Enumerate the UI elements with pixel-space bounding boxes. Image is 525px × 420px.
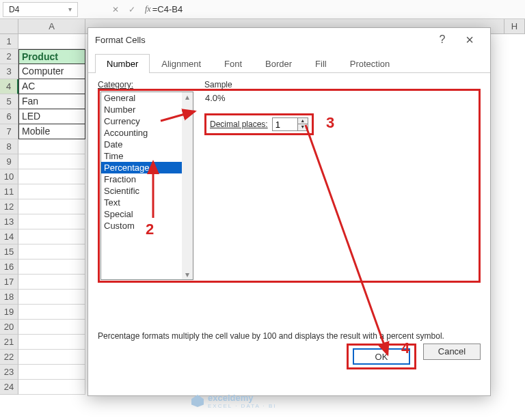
row-header[interactable]: 15 [0,244,18,260]
dialog-help-icon[interactable]: ? [429,33,456,46]
sample-label: Sample [204,80,314,89]
watermark-icon [191,395,204,407]
cancel-button[interactable]: Cancel [423,344,481,360]
cell[interactable] [18,34,85,49]
scroll-up-icon[interactable]: ▴ [185,92,189,102]
category-item[interactable]: Scientific [101,185,193,197]
category-item[interactable]: Date [101,139,193,150]
scroll-down-icon[interactable]: ▾ [185,270,189,279]
row-header[interactable]: 8 [0,139,18,154]
cell[interactable] [18,260,85,275]
cell[interactable]: Computer [18,64,85,79]
sample-value: 4.0% [204,89,314,107]
formula-accept-icon[interactable]: ✓ [129,5,135,14]
cell[interactable] [18,350,85,365]
row-header[interactable]: 1 [0,34,18,49]
row-header[interactable]: 4 [0,79,18,94]
category-item[interactable]: Accounting [101,127,193,139]
cell[interactable] [18,229,85,244]
cell[interactable] [18,184,85,199]
formula-cancel-icon[interactable]: ✕ [112,5,119,14]
row-header[interactable]: 24 [0,380,18,395]
select-all-corner[interactable] [0,19,18,34]
cell[interactable] [18,290,85,305]
category-item[interactable]: General [101,92,193,104]
category-item[interactable]: Fraction [101,173,193,185]
annotation-2: 2 [146,221,154,238]
cell[interactable] [18,365,85,380]
cell[interactable]: AC [18,79,85,94]
cell[interactable] [18,154,85,169]
row-header[interactable]: 3 [0,64,18,79]
row-header[interactable]: 17 [0,275,18,290]
col-header-h[interactable]: H [504,19,525,34]
dialog-title: Format Cells [95,35,429,45]
row-header[interactable]: 10 [0,169,18,184]
row-header[interactable]: 16 [0,260,18,275]
cell[interactable] [18,275,85,290]
row-header[interactable]: 13 [0,214,18,229]
dialog-tabs: NumberAlignmentFontBorderFillProtection [88,54,490,73]
cell[interactable] [18,335,85,350]
row-header[interactable]: 19 [0,305,18,320]
cell[interactable] [18,139,85,154]
row-header[interactable]: 18 [0,290,18,305]
annotation-3: 3 [326,114,334,132]
cell[interactable]: LED [18,109,85,124]
tab-alignment[interactable]: Alignment [150,54,213,73]
cell[interactable] [18,214,85,229]
cell[interactable] [18,380,85,395]
row-header[interactable]: 14 [0,229,18,244]
formula-bar: D4 ▾ ✕ ✓ fx [0,0,525,19]
name-box-value: D4 [9,5,19,14]
row-header[interactable]: 9 [0,154,18,169]
annotation-4: 4 [401,339,409,357]
row-header[interactable]: 12 [0,199,18,214]
formula-input[interactable] [151,3,356,16]
row-header[interactable]: 22 [0,350,18,365]
watermark-name: exceldemy [208,393,254,403]
category-item[interactable]: Percentage [101,162,193,173]
spinner-down-icon[interactable]: ▼ [298,124,308,130]
cell[interactable] [18,169,85,184]
tab-number[interactable]: Number [95,54,150,73]
category-item[interactable]: Currency [101,115,193,127]
tab-protection[interactable]: Protection [338,54,402,73]
row-header[interactable]: 20 [0,320,18,335]
name-box[interactable]: D4 ▾ [3,2,78,17]
cell[interactable]: Product [18,49,85,64]
spinner-up-icon[interactable]: ▲ [298,118,308,124]
row-header[interactable]: 21 [0,335,18,350]
format-cells-dialog: Format Cells ? × NumberAlignmentFontBord… [88,27,491,396]
decimal-places-input[interactable] [273,118,297,130]
cell[interactable]: Mobile [18,124,85,139]
cell[interactable]: Fan [18,94,85,109]
tab-border[interactable]: Border [254,54,304,73]
name-box-dropdown-icon[interactable]: ▾ [68,5,72,13]
fx-icon[interactable]: fx [145,4,151,14]
category-item[interactable]: Time [101,150,193,162]
category-item[interactable]: Special [101,208,193,220]
row-header[interactable]: 23 [0,365,18,380]
category-listbox[interactable]: GeneralNumberCurrencyAccountingDateTimeP… [100,92,193,280]
dialog-close-icon[interactable]: × [456,34,483,45]
watermark: exceldemy EXCEL · DATA · BI [191,393,277,409]
row-header[interactable]: 2 [0,49,18,64]
cell[interactable] [18,305,85,320]
tab-font[interactable]: Font [213,54,254,73]
decimal-places-spinner[interactable]: ▲ ▼ [272,117,308,131]
cell[interactable] [18,199,85,214]
tab-fill[interactable]: Fill [304,54,338,73]
row-header[interactable]: 6 [0,109,18,124]
format-description: Percentage formats multiply the cell val… [98,331,481,341]
col-header-a[interactable]: A [18,19,85,34]
row-header[interactable]: 5 [0,94,18,109]
row-header[interactable]: 11 [0,184,18,199]
row-header[interactable]: 7 [0,124,18,139]
cell[interactable] [18,320,85,335]
watermark-sub: EXCEL · DATA · BI [208,403,277,409]
cell[interactable] [18,244,85,260]
decimal-places-label: Decimal places: [210,120,268,129]
category-item[interactable]: Number [101,104,193,115]
category-item[interactable]: Text [101,197,193,208]
